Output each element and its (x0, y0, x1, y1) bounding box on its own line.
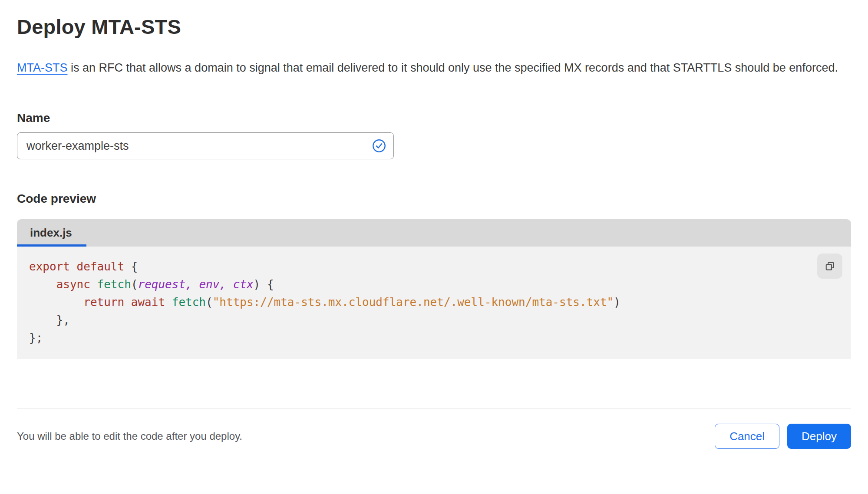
code-token: ) { (254, 278, 274, 291)
code-token: return await (83, 296, 165, 309)
copy-code-button[interactable] (817, 254, 842, 279)
code-preview-heading: Code preview (17, 191, 851, 206)
tab-label: index.js (30, 226, 72, 240)
code-line: }, (29, 311, 839, 329)
code-token: { (124, 260, 138, 273)
intro-paragraph: MTA-STS is an RFC that allows a domain t… (17, 58, 851, 78)
check-circle-icon (372, 138, 386, 153)
tab-index-js[interactable]: index.js (17, 219, 85, 247)
code-line: }; (29, 329, 839, 347)
code-line: export default { (29, 258, 839, 276)
footer-note: You will be able to edit the code after … (17, 430, 242, 442)
code-editor-area: export default { async fetch(request, en… (17, 247, 851, 359)
code-token: fetch (172, 296, 206, 309)
code-token (29, 296, 83, 309)
intro-text: is an RFC that allows a domain to signal… (68, 61, 838, 74)
copy-icon (824, 260, 836, 272)
code-line: return await fetch("https://mta-sts.mx.c… (29, 293, 839, 311)
code-token: export default (29, 260, 124, 273)
code-token: ( (131, 278, 138, 291)
code-token: ( (206, 296, 213, 309)
footer: You will be able to edit the code after … (17, 424, 851, 449)
name-input-wrap (17, 132, 394, 159)
code-token (29, 278, 56, 291)
code-tabbar: index.js (17, 219, 851, 247)
name-input[interactable] (17, 132, 394, 159)
code-preview-block: index.js export default { async fetch(re… (17, 219, 851, 359)
deploy-button[interactable]: Deploy (787, 424, 851, 449)
code-token: async (56, 278, 90, 291)
code-token: }; (29, 331, 43, 344)
code-token: ) (614, 296, 620, 309)
code-token: "https://mta-sts.mx.cloudflare.net/.well… (213, 296, 614, 309)
cancel-button[interactable]: Cancel (715, 424, 779, 449)
code-token (165, 296, 172, 309)
code-token: }, (29, 313, 70, 326)
page-title: Deploy MTA-STS (17, 16, 851, 38)
code-token: fetch (97, 278, 131, 291)
name-label: Name (17, 111, 851, 125)
mta-sts-link[interactable]: MTA-STS (17, 61, 68, 74)
footer-divider (17, 408, 851, 408)
code-line: async fetch(request, env, ctx) { (29, 276, 839, 293)
code-token (90, 278, 97, 291)
footer-actions: Cancel Deploy (715, 424, 851, 449)
code-token: request, env, ctx (138, 278, 254, 291)
